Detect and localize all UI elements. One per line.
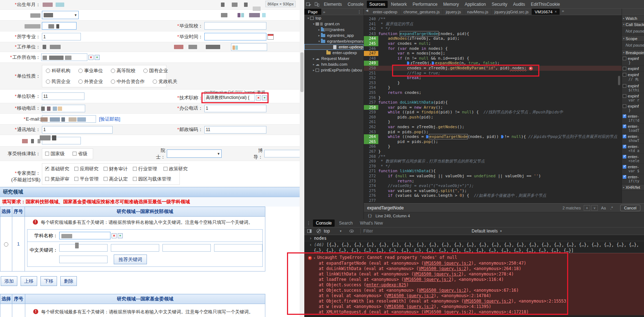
calendar-icon[interactable]	[267, 34, 274, 40]
gutter-line-number[interactable]: 255	[364, 90, 378, 95]
keyword-input-5[interactable]	[59, 256, 108, 263]
console-entry-nodes[interactable]: ›nodes	[304, 235, 644, 241]
choose-icon[interactable]: +	[95, 55, 100, 60]
keyword-input-3[interactable]	[162, 244, 211, 252]
radio-nature-4[interactable]: 民营企业	[46, 78, 70, 85]
breakpoint-checkbox[interactable]	[623, 67, 626, 70]
close-icon[interactable]: ×	[554, 10, 557, 14]
navigator-tab-page[interactable]: Page	[304, 9, 321, 15]
page-scrollbar[interactable]	[300, 0, 304, 317]
checkbox-allowance-0[interactable]: 国家级	[45, 151, 65, 157]
file-tab-jqgrid[interactable]: jquery.jqGrid.src.js	[492, 9, 532, 15]
live-expression-icon[interactable]	[349, 230, 354, 233]
keyword-input-4[interactable]	[214, 244, 262, 252]
radio-nature-1[interactable]: 事业单位	[78, 68, 103, 74]
gutter-line-number[interactable]: 264	[364, 134, 378, 139]
gutter-line-number[interactable]: 277	[364, 198, 378, 203]
search-input[interactable]	[364, 205, 519, 210]
gutter-line-number[interactable]: 247	[364, 51, 378, 56]
choose-icon[interactable]: +	[118, 233, 123, 238]
duty-input[interactable]	[42, 92, 84, 100]
breakpoint-checkbox[interactable]	[623, 114, 626, 118]
radio-nature-6[interactable]: 中外合资合作	[111, 78, 145, 85]
console-prompt-icon[interactable]: ›	[304, 315, 644, 317]
tree-item-enter-updexp[interactable]: enter-updexp	[304, 44, 364, 50]
gutter-line-number[interactable]: 242	[364, 26, 378, 31]
gutter-line-number[interactable]: 249	[364, 61, 378, 66]
stack-link[interactable]: VM16500 jquery.js:2	[414, 272, 461, 277]
gutter-line-number[interactable]: 275	[364, 188, 378, 194]
checkbox-expert-park[interactable]: 园区与载体管理	[133, 176, 171, 182]
checkbox-expert-industry[interactable]: 行业管理	[133, 166, 157, 172]
console-error-entry[interactable]: ×▸Uncaught TypeError: Cannot read proper…	[304, 253, 644, 315]
gutter-line-number[interactable]: 243	[364, 31, 378, 36]
inspect-icon[interactable]	[306, 2, 311, 6]
file-tab-navmenu[interactable]: navMenu.js	[464, 9, 492, 15]
more-tabs-icon[interactable]: »	[321, 10, 327, 14]
gutter-line-number[interactable]: 260	[364, 115, 378, 120]
breakpoint-checkbox[interactable]	[623, 73, 626, 77]
move-down-button[interactable]: 下移	[40, 276, 57, 286]
gutter-line-number[interactable]: 270	[364, 164, 378, 169]
gutter-line-number[interactable]: 263	[364, 130, 378, 135]
more-file-tabs-icon[interactable]: »	[560, 9, 566, 15]
addr-input[interactable]	[42, 126, 113, 134]
tab-scroll-left-icon[interactable]: ◀	[364, 9, 370, 15]
breakpoint-checkbox[interactable]	[623, 165, 626, 169]
breakpoint-checkbox[interactable]	[623, 94, 626, 98]
cancel-button[interactable]: Cancel	[620, 205, 640, 211]
tree-item-request-maker[interactable]: ▸☁Request Maker	[304, 56, 364, 61]
gutter-line-number[interactable]: 248	[364, 56, 378, 61]
breakpoint-entry-1[interactable]: expinf	[622, 66, 644, 72]
tree-item-grant-cn[interactable]: ▾grant.cn	[304, 21, 364, 27]
file-tab-vm16674[interactable]: VM16674×	[532, 9, 560, 15]
tab-security[interactable]: Security	[489, 1, 510, 8]
tab-editthiscookie[interactable]: EditThisCookie	[528, 1, 563, 8]
drawer-tab-search[interactable]: Search	[336, 220, 356, 227]
breakpoint-entry-2[interactable]: expinf// 先	[622, 72, 644, 83]
gutter-line-number[interactable]: 268	[364, 154, 378, 159]
gutter-line-number[interactable]: 257	[364, 100, 378, 105]
console-filter-input[interactable]	[364, 229, 472, 234]
tab-memory[interactable]: Memory	[441, 1, 461, 8]
breakpoint-checkbox[interactable]	[623, 145, 626, 148]
verify-email-link[interactable]: [验证邮箱]	[99, 116, 120, 122]
tab-sources[interactable]: Sources	[367, 1, 388, 8]
breakpoint-entry-9[interactable]: enter-<td a	[622, 144, 644, 154]
clear-icon[interactable]: ✕	[112, 233, 117, 238]
gutter-line-number[interactable]: 240	[364, 17, 378, 22]
gutter-line-number[interactable]: 273	[364, 179, 378, 184]
title-input[interactable]	[204, 94, 255, 101]
checkbox-expert-platform[interactable]: 平台管理	[74, 176, 99, 182]
tab-network[interactable]: Network	[388, 1, 409, 8]
zip-input[interactable]	[204, 126, 266, 134]
school-input[interactable]	[204, 22, 266, 30]
gutter-line-number[interactable]: 274	[364, 183, 378, 188]
gutter-line-number[interactable]: 251	[364, 71, 378, 76]
gutter-line-number[interactable]: 244	[364, 36, 378, 41]
gutter-line-number[interactable]: 245	[364, 41, 378, 46]
breakpoint-entry-7[interactable]: enter-loadT	[622, 123, 644, 134]
move-up-button[interactable]: 上移	[21, 276, 37, 286]
breakpoint-entry-5[interactable]: expinf}	[622, 103, 644, 113]
drawer-tab-whats-new[interactable]: What's New	[357, 220, 386, 227]
gutter-line-number[interactable]: 269	[364, 159, 378, 164]
academician-select[interactable]: ▼	[167, 149, 222, 158]
watch-section[interactable]: ▸Watch	[622, 15, 644, 21]
redacted-input[interactable]	[42, 22, 77, 30]
breakpoint-checkbox[interactable]	[623, 175, 626, 179]
breakpoint-entry-10[interactable]: enter-<sele	[622, 154, 644, 164]
radio-nature-7[interactable]: 党政机关	[153, 78, 177, 85]
breakpoint-entry-12[interactable]: enter-if(ty	[622, 174, 644, 184]
tree-item-hm-baidu-com[interactable]: ▸☁hm.baidu.com	[304, 61, 364, 67]
gutter-line-number[interactable]: 256	[364, 95, 378, 100]
gutter-line-number[interactable]: 262	[364, 125, 378, 130]
stack-link[interactable]: VM16500 jquery.js:2	[464, 299, 512, 304]
stack-link[interactable]: enter-updexp:825	[366, 282, 406, 287]
choose-icon[interactable]: +	[262, 95, 267, 100]
checkbox-allowance-1[interactable]: 省级	[73, 151, 87, 157]
checkbox-expert-audit[interactable]: 财务审计	[104, 166, 128, 172]
editor-scrollbar-thumb[interactable]	[618, 76, 620, 85]
scope-section[interactable]: ▾Scope	[622, 35, 644, 42]
stack-link[interactable]: VM16500 jquery.js:2	[404, 277, 451, 282]
